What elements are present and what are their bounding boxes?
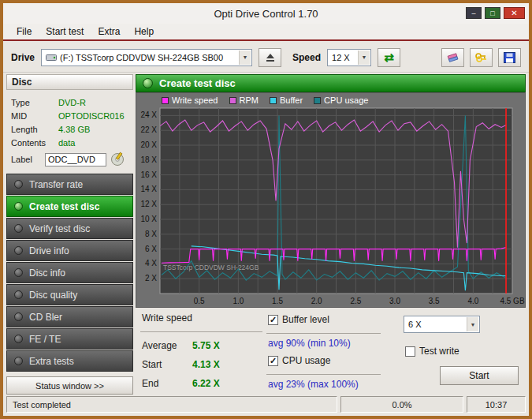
- toolbar: Drive (F:) TSSTcorp CDDVDW SH-224GB SB00…: [3, 43, 529, 73]
- write-speed-section-title: Write speed: [142, 312, 192, 324]
- menu-item-help[interactable]: Help: [127, 24, 161, 39]
- nav-dot-icon: [14, 290, 23, 299]
- nav-label: FE / TE: [29, 334, 61, 345]
- nav-verify-test-disc[interactable]: Verify test disc: [6, 218, 133, 239]
- nav-dot-icon: [14, 180, 23, 189]
- legend-label: RPM: [240, 95, 259, 105]
- svg-text:4 X: 4 X: [145, 259, 157, 267]
- cpu-usage-checkbox[interactable]: ✓ CPU usage: [268, 355, 330, 366]
- svg-text:1.5: 1.5: [272, 297, 283, 305]
- content-header-title: Create test disc: [159, 77, 236, 89]
- nav-dot-icon: [14, 357, 23, 365]
- svg-text:8 X: 8 X: [145, 230, 157, 238]
- app-window: Opti Drive Control 1.70 – □ ✕ FileStart …: [0, 0, 532, 419]
- license-keys-button[interactable]: [470, 48, 493, 67]
- erase-disc-button[interactable]: [441, 48, 464, 67]
- status-window-button[interactable]: Status window >>: [6, 376, 133, 395]
- svg-text:24 X: 24 X: [140, 110, 157, 119]
- legend-item-buffer: Buffer: [270, 95, 303, 105]
- divider: [266, 374, 381, 375]
- test-write-checkbox[interactable]: Test write: [405, 346, 459, 357]
- eject-button[interactable]: [259, 48, 281, 67]
- menu-item-file[interactable]: File: [9, 24, 39, 39]
- window-controls: – □ ✕: [466, 7, 525, 19]
- checkbox-icon[interactable]: ✓: [268, 356, 278, 366]
- svg-text:2.0: 2.0: [311, 297, 322, 305]
- nav-transfer-rate[interactable]: Transfer rate: [6, 174, 133, 195]
- nav-cd-bler[interactable]: CD Bler: [6, 306, 133, 327]
- nav-dot-icon: [14, 224, 23, 233]
- content-header: Create test disc: [136, 74, 526, 92]
- edit-label-button[interactable]: [110, 152, 125, 168]
- nav-label: Create test disc: [29, 201, 99, 212]
- legend-item-rpm: RPM: [229, 95, 259, 105]
- window-title: Opti Drive Control 1.70: [214, 8, 318, 20]
- cpu-stat: avg 23% (max 100%): [268, 379, 359, 390]
- checkbox-icon[interactable]: ✓: [268, 315, 278, 325]
- chart-legend: Write speedRPMBufferCPU usage: [162, 95, 368, 105]
- refresh-button[interactable]: ⇄: [378, 48, 400, 67]
- svg-text:4.5 GB: 4.5 GB: [500, 297, 524, 305]
- close-button[interactable]: ✕: [504, 7, 525, 19]
- disc-panel-title: Disc: [6, 74, 133, 90]
- nav-label: Disc info: [29, 267, 65, 279]
- menu-item-start-test[interactable]: Start test: [39, 24, 91, 39]
- disc-pencil-icon: [110, 152, 125, 166]
- checkbox-icon[interactable]: [405, 346, 415, 357]
- menu-bar: FileStart testExtraHelp: [3, 24, 529, 41]
- chart-watermark: TSSTcorp CDDVDW SH-224GB: [163, 264, 259, 271]
- save-icon: [504, 52, 515, 63]
- nav-extra-tests[interactable]: Extra tests: [6, 350, 133, 372]
- status-message: Test completed: [6, 396, 337, 413]
- disc-label-label: Label: [11, 155, 41, 164]
- disc-type-row: TypeDVD-R: [11, 95, 130, 109]
- nav-disc-info[interactable]: Disc info: [6, 262, 133, 283]
- nav-dot-icon: [14, 268, 23, 277]
- nav-create-test-disc[interactable]: Create test disc: [6, 196, 133, 217]
- cpu-usage-label: CPU usage: [282, 355, 330, 366]
- nav-buttons: Transfer rateCreate test discVerify test…: [6, 174, 133, 372]
- status-bar: Test completed 0.0% 10:37: [6, 396, 526, 413]
- nav-fe-te[interactable]: FE / TE: [6, 328, 133, 350]
- save-button[interactable]: [498, 48, 521, 67]
- svg-text:0.5: 0.5: [194, 297, 205, 305]
- svg-text:2.5: 2.5: [350, 297, 361, 305]
- eraser-icon: [446, 52, 459, 63]
- chevron-down-icon: ▼: [467, 317, 478, 331]
- drive-select[interactable]: (F:) TSSTcorp CDDVDW SH-224GB SB00 ▼: [41, 49, 252, 66]
- main-area: Disc TypeDVD-RMIDOPTODISCR016Length4.38 …: [6, 74, 526, 395]
- title-bar: Opti Drive Control 1.70 – □ ✕: [3, 3, 529, 24]
- nav-label: Transfer rate: [29, 179, 83, 190]
- svg-text:6 X: 6 X: [145, 245, 157, 253]
- svg-text:3.0: 3.0: [389, 297, 400, 305]
- disc-orb-icon: [143, 78, 153, 88]
- legend-swatch: [314, 97, 321, 104]
- maximize-button[interactable]: □: [485, 7, 500, 19]
- legend-swatch: [229, 97, 236, 104]
- start-button[interactable]: Start: [440, 366, 519, 385]
- disc-contents-label: Contents: [11, 138, 58, 148]
- burn-speed-value: 6 X: [408, 320, 422, 329]
- refresh-icon: ⇄: [384, 51, 394, 63]
- nav-label: Disc quality: [29, 290, 77, 301]
- nav-drive-info[interactable]: Drive info: [6, 240, 133, 261]
- minimize-button[interactable]: –: [466, 7, 482, 19]
- disc-length-value: 4.38 GB: [58, 125, 90, 134]
- disc-contents-row: Contentsdata: [11, 136, 130, 149]
- menu-item-extra[interactable]: Extra: [91, 24, 127, 39]
- svg-text:10 X: 10 X: [140, 215, 157, 223]
- speed-label: Speed: [292, 52, 321, 63]
- legend-label: CPU usage: [324, 95, 368, 105]
- legend-item-write-speed: Write speed: [162, 95, 218, 105]
- svg-text:2 X: 2 X: [145, 274, 157, 282]
- speed-select[interactable]: 12 X ▼: [327, 49, 371, 66]
- result-end-value: 6.22 X: [192, 378, 220, 389]
- nav-disc-quality[interactable]: Disc quality: [6, 284, 133, 305]
- drive-icon: [46, 54, 57, 62]
- drive-label: Drive: [11, 52, 35, 63]
- label-input[interactable]: ODC__DVD: [45, 153, 106, 166]
- burn-speed-select[interactable]: 6 X ▼: [404, 316, 480, 333]
- nav-label: Verify test disc: [29, 223, 90, 234]
- chart-host: 2 X4 X6 X8 X10 X12 X14 X16 X18 X20 X22 X…: [136, 107, 525, 309]
- buffer-level-checkbox[interactable]: ✓ Buffer level: [268, 314, 329, 325]
